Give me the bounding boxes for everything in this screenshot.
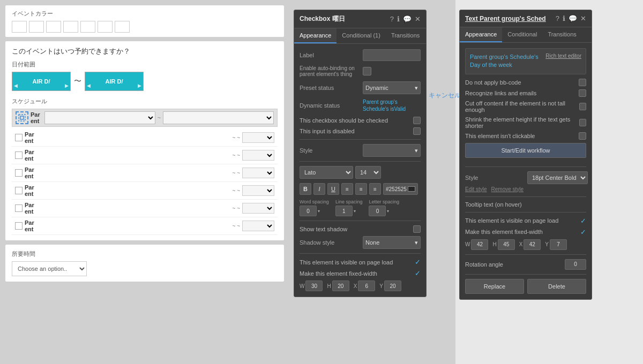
text-shadow-checkbox[interactable] (413, 225, 421, 233)
text-style-select[interactable]: 18pt Center Bold (527, 171, 588, 184)
schedule-select-secondary[interactable] (163, 111, 274, 124)
rich-text-editor-link[interactable]: Rich text editor (545, 53, 581, 59)
row-select-6[interactable] (242, 221, 274, 231)
preset-status-dropdown[interactable]: Dynamic ▾ (363, 81, 421, 94)
row-controls-4: ~ ~ (233, 188, 240, 194)
start-edit-workflow-button[interactable]: Start/Edit workflow (465, 143, 586, 158)
color-swatch-6[interactable] (98, 21, 113, 33)
auto-binding-checkbox[interactable] (363, 67, 371, 75)
w-input[interactable] (305, 280, 323, 291)
row-checkbox-5[interactable] (15, 204, 23, 212)
cut-off-checkbox[interactable] (579, 103, 586, 110)
duration-select[interactable]: Choose an option.. (12, 261, 87, 276)
text-color-button[interactable]: #252525 (383, 183, 418, 195)
row-checkbox-2[interactable] (15, 151, 23, 159)
text-h-input[interactable] (498, 239, 515, 250)
color-swatch-4[interactable] (63, 21, 78, 33)
date-picker-start[interactable]: AIR D/ ◀ ▶ (12, 72, 71, 91)
remove-style-link[interactable]: Remove style (491, 186, 524, 192)
align-right-button[interactable]: ≡ (369, 183, 381, 195)
text-y-input[interactable] (550, 239, 567, 250)
text-close-icon[interactable]: ✕ (580, 14, 586, 22)
row-controls-6: ~ ~ (233, 223, 240, 229)
h-input[interactable] (332, 280, 349, 291)
text-x-input[interactable] (524, 239, 541, 250)
rotation-input[interactable] (565, 259, 586, 270)
italic-button[interactable]: I (313, 183, 325, 195)
font-select[interactable]: Lato (300, 166, 353, 179)
cancel-button[interactable]: キャンセル (429, 91, 461, 100)
event-color-section: イベントカラー (5, 5, 284, 37)
text-info-icon[interactable]: ℹ (563, 14, 565, 22)
tab-transitions-checkbox[interactable]: Transitions (386, 28, 425, 43)
shadow-style-dropdown[interactable]: None ▾ (363, 236, 421, 249)
dynamic-status-value[interactable]: Parent group's Schedule's isValid (363, 98, 421, 112)
row-select-3[interactable] (242, 168, 274, 178)
schedule-select-main[interactable] (44, 111, 155, 124)
row-checkbox-3[interactable] (15, 169, 23, 177)
checkbox-chat-icon[interactable]: 💬 (403, 15, 412, 23)
should-check-row: This checkbox should be checked (300, 117, 421, 124)
align-center-button[interactable]: ≡ (355, 183, 367, 195)
tab-conditional-checkbox[interactable]: Conditional (1) (337, 28, 386, 43)
recognize-links-checkbox[interactable] (579, 89, 586, 97)
color-swatch-3[interactable] (46, 21, 61, 33)
delete-button[interactable]: Delete (527, 279, 586, 294)
row-checkbox-4[interactable] (15, 187, 23, 194)
color-swatch-2[interactable] (29, 21, 44, 33)
shrink-height-checkbox[interactable] (579, 119, 586, 126)
dynamic-status-row: Dynamic status Parent group's Schedule's… (300, 98, 421, 112)
row-checkbox-6[interactable] (15, 222, 23, 230)
letter-spacing-input[interactable] (369, 206, 386, 216)
letter-spacing-control: ▾ (369, 206, 399, 216)
tab-appearance-checkbox[interactable]: Appearance (294, 28, 337, 43)
cut-off-row: Cut off content if the element is not ta… (465, 100, 586, 113)
line-spacing-label: Line spacing (335, 199, 363, 204)
row-checkbox-1[interactable] (15, 134, 23, 141)
row-label-5: Parent (25, 202, 230, 215)
shadow-style-value: None (365, 239, 379, 246)
text-w-input[interactable] (471, 239, 488, 250)
color-swatch-5[interactable] (80, 21, 95, 33)
date-next-btn-1[interactable]: ▶ (65, 83, 69, 88)
label-field-input[interactable] (363, 49, 421, 61)
input-disabled-checkbox[interactable] (413, 127, 421, 135)
tab-conditional-text[interactable]: Conditional (502, 27, 542, 42)
x-input[interactable] (358, 280, 375, 291)
tab-appearance-text[interactable]: Appearance (460, 27, 502, 42)
should-check-checkbox[interactable] (413, 117, 421, 124)
checkbox-info-icon[interactable]: ℹ (397, 15, 400, 23)
underline-button[interactable]: U (327, 183, 339, 195)
word-spacing-input[interactable] (300, 206, 317, 216)
color-swatch-1[interactable] (12, 21, 27, 33)
date-next-btn-2[interactable]: ▶ (138, 83, 141, 88)
color-swatch-7[interactable] (115, 21, 130, 33)
align-left-button[interactable]: ≡ (341, 183, 353, 195)
style-links: Edit style Remove style (465, 186, 586, 192)
date-picker-end[interactable]: AIR D/ ◀ ▶ (85, 72, 144, 91)
style-dropdown[interactable]: ▾ (363, 144, 421, 157)
checkbox-question-icon[interactable]: ? (390, 15, 394, 23)
text-question-icon[interactable]: ? (556, 14, 559, 22)
row-select-2[interactable] (242, 150, 274, 161)
text-fixed-width-tick: ✓ (580, 228, 586, 236)
bb-code-checkbox[interactable] (579, 79, 586, 86)
row-select-1[interactable] (242, 132, 274, 143)
text-chat-icon[interactable]: 💬 (569, 14, 577, 22)
replace-button[interactable]: Replace (465, 279, 524, 294)
checkbox-close-icon[interactable]: ✕ (415, 15, 421, 23)
date-prev-btn-2[interactable]: ◀ (87, 83, 91, 88)
font-size-select[interactable]: 14 (355, 166, 381, 179)
row-select-5[interactable] (242, 203, 274, 214)
tab-transitions-text[interactable]: Transitions (542, 27, 581, 42)
bold-button[interactable]: B (300, 183, 311, 195)
edit-style-link[interactable]: Edit style (465, 186, 487, 192)
row-select-4[interactable] (242, 185, 274, 196)
text-divider-4 (465, 254, 586, 255)
text-visible-tick: ✓ (580, 217, 586, 225)
not-clickable-checkbox[interactable] (579, 132, 586, 140)
date-prev-btn-1[interactable]: ◀ (14, 83, 18, 88)
line-spacing-input[interactable] (335, 206, 353, 216)
duration-section: 所要時間 Choose an option.. (5, 245, 284, 282)
y-input[interactable] (384, 280, 401, 291)
